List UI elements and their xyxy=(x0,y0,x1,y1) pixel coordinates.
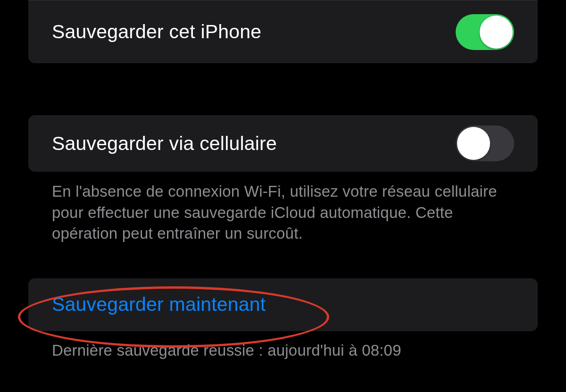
backup-now-group: Sauvegarder maintenant xyxy=(28,278,538,331)
backup-cellular-toggle[interactable] xyxy=(456,125,514,161)
backup-iphone-toggle[interactable] xyxy=(456,14,514,50)
toggle-knob xyxy=(480,16,513,49)
backup-cellular-group: Sauvegarder via cellulaire xyxy=(28,115,538,172)
backup-cellular-description: En l'absence de connexion Wi-Fi, utilise… xyxy=(28,172,538,244)
backup-cellular-label: Sauvegarder via cellulaire xyxy=(52,133,277,155)
backup-now-button[interactable]: Sauvegarder maintenant xyxy=(52,293,266,316)
backup-now-row[interactable]: Sauvegarder maintenant xyxy=(28,278,538,331)
backup-iphone-label: Sauvegarder cet iPhone xyxy=(52,21,261,43)
last-backup-status: Dernière sauvegarde réussie : aujourd'hu… xyxy=(28,331,538,359)
backup-iphone-row: Sauvegarder cet iPhone xyxy=(28,0,538,63)
backup-iphone-group: Sauvegarder cet iPhone xyxy=(28,0,538,63)
backup-cellular-row: Sauvegarder via cellulaire xyxy=(28,115,538,172)
toggle-knob xyxy=(457,127,490,160)
